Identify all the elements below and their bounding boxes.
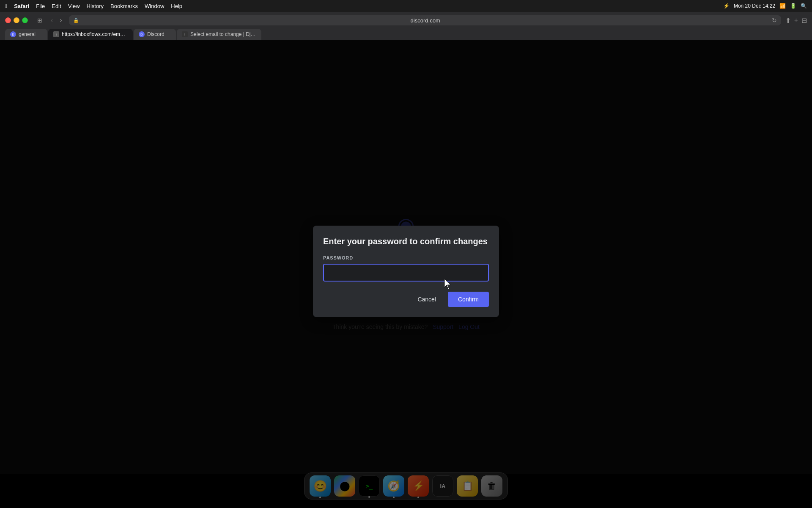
share-button[interactable]: ⬆ bbox=[785, 17, 791, 25]
tab-label-discord: Discord bbox=[147, 31, 165, 37]
tab-label-general: general bbox=[19, 31, 36, 37]
menubar-left:  Safari File Edit View History Bookmark… bbox=[5, 3, 182, 9]
tab-discord[interactable]: D Discord bbox=[134, 29, 176, 40]
new-tab-button[interactable]: + bbox=[794, 17, 798, 24]
menu-window[interactable]: Window bbox=[145, 3, 164, 9]
tab-inboxflows[interactable]: i https://inboxflows.com/emails/_/raw/33… bbox=[48, 29, 133, 40]
browser-chrome: ⊞ ‹ › 🔒 discord.com ↻ ⬆ + ⊟ bbox=[0, 12, 812, 29]
tab-overview-button[interactable]: ⊟ bbox=[801, 17, 807, 25]
menu-edit[interactable]: Edit bbox=[52, 3, 61, 9]
nav-buttons: ‹ › bbox=[48, 16, 65, 25]
menu-safari[interactable]: Safari bbox=[14, 3, 29, 9]
menubar-right: ⚡ Mon 20 Dec 14:22 📶 🔋 🔍 bbox=[723, 3, 807, 9]
cancel-button[interactable]: Cancel bbox=[411, 292, 443, 307]
battery-icon: 🔋 bbox=[790, 3, 796, 9]
tab-favicon-discord: D bbox=[139, 31, 145, 37]
main-content: ◉ We detected a login from a new locatio… bbox=[0, 40, 812, 502]
tab-favicon-inboxflows: i bbox=[53, 31, 59, 37]
modal-footer: Cancel Confirm bbox=[323, 290, 489, 307]
back-button[interactable]: ‹ bbox=[48, 16, 55, 25]
reload-button[interactable]: ↻ bbox=[772, 17, 777, 24]
search-menu-icon[interactable]: 🔍 bbox=[801, 3, 807, 9]
browser-actions: ⬆ + ⊟ bbox=[785, 17, 807, 25]
modal-title: Enter your password to confirm changes bbox=[323, 236, 489, 247]
url-text: discord.com bbox=[82, 17, 769, 24]
menu-bookmarks[interactable]: Bookmarks bbox=[110, 3, 138, 9]
reeder-icon: ⚡ bbox=[723, 3, 730, 9]
ssl-lock-icon: 🔒 bbox=[73, 18, 79, 23]
apple-logo-icon[interactable]:  bbox=[5, 3, 7, 9]
maximize-button[interactable] bbox=[22, 17, 28, 23]
minimize-button[interactable] bbox=[14, 17, 19, 23]
svg-text:D: D bbox=[12, 33, 14, 36]
password-modal: Enter your password to confirm changes P… bbox=[313, 226, 499, 317]
confirm-button[interactable]: Confirm bbox=[448, 292, 489, 307]
traffic-lights bbox=[5, 17, 28, 23]
menu-view[interactable]: View bbox=[68, 3, 80, 9]
password-input[interactable] bbox=[323, 264, 489, 282]
tab-label-django: Select email to change | Django site adm… bbox=[190, 31, 256, 37]
tab-favicon-django: ! bbox=[182, 31, 188, 37]
wifi-icon: 📶 bbox=[779, 3, 786, 9]
password-label: PASSWORD bbox=[323, 255, 489, 260]
tab-django[interactable]: ! Select email to change | Django site a… bbox=[177, 29, 261, 40]
tab-bar: D general i https://inboxflows.com/email… bbox=[0, 29, 812, 40]
close-button[interactable] bbox=[5, 17, 11, 23]
menu-history[interactable]: History bbox=[87, 3, 104, 9]
menu-help[interactable]: Help bbox=[171, 3, 182, 9]
menubar:  Safari File Edit View History Bookmark… bbox=[0, 0, 812, 12]
menu-file[interactable]: File bbox=[36, 3, 45, 9]
menu-items: Safari File Edit View History Bookmarks … bbox=[14, 3, 182, 9]
tab-label-inboxflows: https://inboxflows.com/emails/_/raw/33f6… bbox=[62, 31, 128, 37]
sidebar-toggle-button[interactable]: ⊞ bbox=[36, 16, 44, 25]
tab-favicon-general: D bbox=[10, 31, 16, 37]
tab-general[interactable]: D general bbox=[5, 29, 47, 40]
address-bar[interactable]: 🔒 discord.com ↻ bbox=[69, 15, 781, 25]
clock: Mon 20 Dec 14:22 bbox=[734, 3, 775, 9]
forward-button[interactable]: › bbox=[57, 16, 64, 25]
modal-overlay: Enter your password to confirm changes P… bbox=[0, 40, 812, 502]
